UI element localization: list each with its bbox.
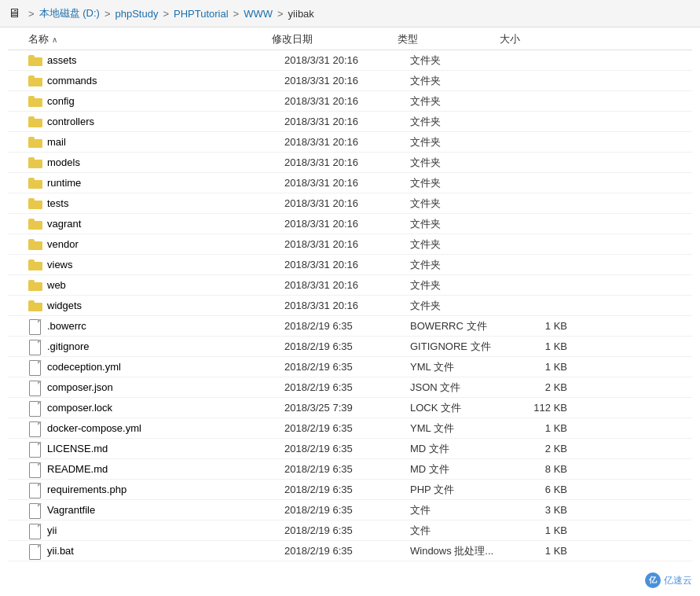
list-item[interactable]: docker-compose.yml2018/2/19 6:35YML 文件1 …: [8, 418, 692, 439]
list-item[interactable]: composer.json2018/2/19 6:35JSON 文件2 KB: [8, 377, 692, 398]
col-name-header[interactable]: 名称 ∧: [28, 32, 272, 46]
file-name: assets: [47, 54, 284, 66]
list-item[interactable]: tests2018/3/31 20:16文件夹: [8, 193, 692, 214]
col-name-label: 名称: [28, 32, 49, 46]
file-date: 2018/3/31 20:16: [284, 218, 410, 230]
file-date: 2018/3/31 20:16: [284, 259, 410, 270]
breadcrumb: 🖥 > 本地磁盘 (D:) > phpStudy > PHPTutorial >…: [0, 0, 700, 28]
file-type: GITIGNORE 文件: [410, 340, 512, 354]
file-type: MD 文件: [410, 462, 512, 476]
list-item[interactable]: runtime2018/3/31 20:16文件夹: [8, 173, 692, 193]
file-size: 6 KB: [512, 484, 575, 495]
breadcrumb-sep-0: >: [28, 8, 35, 20]
file-date: 2018/2/19 6:35: [284, 361, 410, 373]
file-size: 1 KB: [512, 524, 575, 536]
col-type-header[interactable]: 类型: [398, 32, 500, 46]
file-type: 文件夹: [410, 258, 512, 272]
file-type: PHP 文件: [410, 483, 512, 497]
file-name: composer.lock: [47, 402, 284, 414]
file-type: 文件: [410, 503, 512, 517]
file-name: README.md: [47, 463, 284, 475]
file-rows-container: assets2018/3/31 20:16文件夹commands2018/3/3…: [8, 50, 692, 561]
file-date: 2018/3/31 20:16: [284, 197, 410, 209]
file-size: 1 KB: [512, 545, 575, 557]
list-item[interactable]: .bowerrc2018/2/19 6:35BOWERRC 文件1 KB: [8, 316, 692, 337]
breadcrumb-item-1[interactable]: phpStudy: [115, 8, 158, 20]
file-icon: [29, 544, 42, 558]
list-item[interactable]: requirements.php2018/2/19 6:35PHP 文件6 KB: [8, 480, 692, 500]
list-item[interactable]: .gitignore2018/2/19 6:35GITIGNORE 文件1 KB: [8, 337, 692, 357]
list-item[interactable]: LICENSE.md2018/2/19 6:35MD 文件2 KB: [8, 439, 692, 459]
file-date: 2018/2/19 6:35: [284, 422, 410, 434]
file-type: 文件夹: [410, 94, 512, 109]
folder-icon: [28, 239, 42, 250]
folder-icon: [28, 280, 42, 291]
list-item[interactable]: widgets2018/3/31 20:16文件夹: [8, 296, 692, 316]
file-name: requirements.php: [47, 484, 284, 495]
file-icon: [29, 360, 42, 374]
file-name: composer.json: [47, 381, 284, 393]
file-type: 文件夹: [410, 176, 512, 190]
list-item[interactable]: commands2018/3/31 20:16文件夹: [8, 71, 692, 91]
file-size: 1 KB: [512, 361, 575, 373]
list-item[interactable]: yii2018/2/19 6:35文件1 KB: [8, 521, 692, 541]
list-item[interactable]: config2018/3/31 20:16文件夹: [8, 91, 692, 112]
breadcrumb-icon: 🖥: [8, 6, 20, 20]
breadcrumb-sep-4: >: [277, 8, 284, 20]
file-size: 2 KB: [512, 443, 575, 454]
file-date: 2018/2/19 6:35: [284, 463, 410, 475]
file-size: 112 KB: [512, 402, 575, 414]
file-date: 2018/2/19 6:35: [284, 524, 410, 536]
file-name: vagrant: [47, 218, 284, 230]
folder-icon: [28, 178, 42, 189]
file-date: 2018/3/31 20:16: [284, 136, 410, 148]
file-name: views: [47, 259, 284, 270]
file-name: yii.bat: [47, 545, 284, 557]
col-size-header[interactable]: 大小: [500, 32, 563, 46]
list-item[interactable]: yii.bat2018/2/19 6:35Windows 批处理...1 KB: [8, 541, 692, 561]
file-name: .gitignore: [47, 340, 284, 352]
file-type: 文件夹: [410, 237, 512, 252]
file-date: 2018/3/25 7:39: [284, 402, 410, 414]
file-name: tests: [47, 197, 284, 209]
file-name: LICENSE.md: [47, 443, 284, 454]
file-type: 文件夹: [410, 299, 512, 313]
file-name: mail: [47, 136, 284, 148]
file-name: codeception.yml: [47, 361, 284, 373]
file-icon: [29, 524, 42, 538]
watermark: 亿 亿速云: [645, 572, 692, 588]
file-type: LOCK 文件: [410, 401, 512, 415]
file-date: 2018/2/19 6:35: [284, 443, 410, 454]
list-item[interactable]: controllers2018/3/31 20:16文件夹: [8, 112, 692, 132]
file-name: controllers: [47, 116, 284, 127]
file-name: config: [47, 95, 284, 107]
list-item[interactable]: composer.lock2018/3/25 7:39LOCK 文件112 KB: [8, 398, 692, 418]
file-size: 3 KB: [512, 504, 575, 516]
file-name: commands: [47, 75, 284, 86]
list-item[interactable]: codeception.yml2018/2/19 6:35YML 文件1 KB: [8, 357, 692, 377]
list-item[interactable]: web2018/3/31 20:16文件夹: [8, 275, 692, 296]
list-item[interactable]: models2018/3/31 20:16文件夹: [8, 153, 692, 173]
file-date: 2018/3/31 20:16: [284, 95, 410, 107]
list-item[interactable]: vendor2018/3/31 20:16文件夹: [8, 234, 692, 255]
list-item[interactable]: assets2018/3/31 20:16文件夹: [8, 50, 692, 71]
breadcrumb-item-2[interactable]: PHPTutorial: [174, 8, 229, 20]
file-type: 文件夹: [410, 115, 512, 129]
breadcrumb-current: yiibak: [288, 8, 314, 20]
file-date: 2018/3/31 20:16: [284, 300, 410, 311]
list-item[interactable]: views2018/3/31 20:16文件夹: [8, 255, 692, 275]
file-name: .bowerrc: [47, 320, 284, 332]
breadcrumb-item-0[interactable]: 本地磁盘 (D:): [39, 6, 100, 20]
list-item[interactable]: mail2018/3/31 20:16文件夹: [8, 132, 692, 153]
col-date-header[interactable]: 修改日期: [272, 32, 398, 46]
file-date: 2018/2/19 6:35: [284, 320, 410, 332]
file-type: 文件: [410, 524, 512, 538]
file-type: 文件夹: [410, 135, 512, 149]
file-name: vendor: [47, 238, 284, 250]
breadcrumb-item-3[interactable]: WWW: [244, 8, 273, 20]
breadcrumb-sep-3: >: [233, 8, 240, 20]
list-item[interactable]: vagrant2018/3/31 20:16文件夹: [8, 214, 692, 234]
list-item[interactable]: README.md2018/2/19 6:35MD 文件8 KB: [8, 459, 692, 480]
file-icon: [29, 319, 42, 333]
list-item[interactable]: Vagrantfile2018/2/19 6:35文件3 KB: [8, 500, 692, 521]
